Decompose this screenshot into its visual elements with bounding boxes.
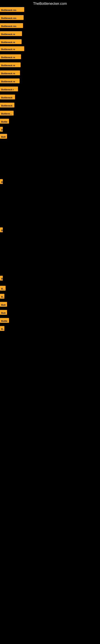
site-title: TheBottlenecker.com — [0, 0, 100, 8]
bottleneck-label: Bottleneck r — [0, 86, 18, 91]
bottleneck-label: B — [0, 179, 3, 184]
bottleneck-label: Bottleneck — [0, 103, 14, 108]
bottleneck-label: Bottleneck re — [0, 78, 20, 83]
bottleneck-label: Bottleneck re — [0, 62, 21, 67]
bottleneck-label: B — [0, 228, 3, 232]
bottleneck-label: B — [0, 276, 3, 280]
bottleneck-label: Bottleneck re — [0, 54, 21, 59]
bottleneck-label: Bottleneck res — [0, 7, 24, 12]
bottleneck-label: Bottleneck — [0, 111, 14, 116]
bottleneck-label: Bott — [0, 134, 7, 139]
bottleneck-label: Bottleneck re — [0, 31, 22, 36]
bottleneck-label: Bottleneck res — [0, 23, 23, 28]
bottleneck-label: Bott — [0, 310, 7, 315]
bottleneck-label: B — [0, 127, 3, 132]
bottleneck-label: Bo — [0, 294, 4, 299]
bottleneck-label: Bottleneck re — [0, 39, 22, 44]
bottleneck-label: Bott — [0, 302, 7, 307]
bottleneck-label: Bottle — [0, 119, 9, 124]
bottleneck-label: Bottleneck — [0, 94, 15, 100]
bottleneck-label: Bottleneck re — [0, 46, 24, 51]
bottleneck-label: Bo — [0, 326, 4, 331]
bottleneck-label: Bottle — [0, 318, 9, 323]
bottleneck-label: Bot — [0, 286, 6, 290]
bottleneck-label: Bottleneck re — [0, 70, 20, 75]
bottleneck-label: Bottleneck res — [0, 15, 24, 20]
